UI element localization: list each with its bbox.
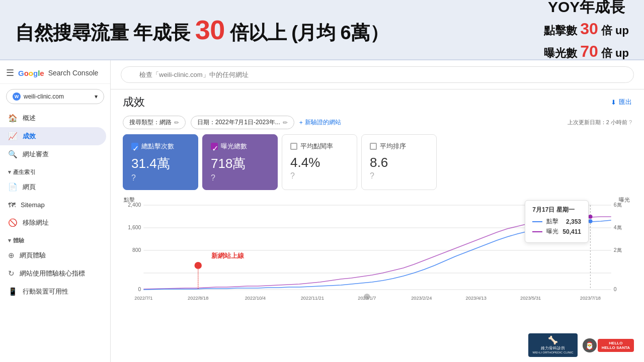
svg-text:2022/10/4: 2022/10/4 xyxy=(245,296,266,301)
svg-text:2023/4/13: 2023/4/13 xyxy=(466,296,487,301)
svg-text:2022/11/21: 2022/11/21 xyxy=(301,296,324,301)
sidebar-label-remove-url: 移除網址 xyxy=(23,218,49,227)
sidebar-item-core-web-vitals[interactable]: ↻ 網站使用體驗核心指標 xyxy=(0,264,106,283)
banner-impressions-suf: 倍 up xyxy=(601,47,629,59)
help-icon: ? xyxy=(629,119,632,125)
sidebar-item-page-experience[interactable]: ⊕ 網頁體驗 xyxy=(0,246,106,264)
banner-text-2: 倍以上 (月均 6萬） xyxy=(230,22,388,43)
edit-icon: ✏ xyxy=(174,119,179,126)
metric-card-clicks[interactable]: ✓ 總點擊次數 31.4萬 ? xyxy=(123,134,198,190)
metric-header-clicks: ✓ 總點擊次數 xyxy=(131,142,190,151)
edit-icon-2: ✏ xyxy=(283,119,288,126)
svg-text:0: 0 xyxy=(138,287,141,292)
filters-row: 搜尋類型：網路 ✏ 日期：2022年7月1日-2023年... ✏ + 新驗證的… xyxy=(111,113,644,134)
svg-text:2萬: 2萬 xyxy=(614,247,622,253)
experience-icon: ⊕ xyxy=(8,251,15,260)
search-input[interactable] xyxy=(121,66,634,83)
dropdown-icon: ▾ xyxy=(95,93,98,100)
sidebar-item-performance[interactable]: 📈 成效 xyxy=(0,127,106,145)
chevron-icon: ▾ xyxy=(8,169,13,175)
metric-header-impressions: ✓ 曝光總數 xyxy=(211,142,269,151)
metric-header-ctr: 平均點閱率 xyxy=(290,142,349,151)
hello-santa-logo: 🎅 HELLO HELLO SANTA xyxy=(583,338,634,352)
checkbox-clicks: ✓ xyxy=(131,143,138,150)
main-container: ☰ Google Search Console W weili-clinic.c… xyxy=(0,60,644,362)
metric-name-ctr: 平均點閱率 xyxy=(300,142,333,151)
sidebar-item-sitemap[interactable]: 🗺 Sitemap xyxy=(0,196,106,214)
add-filter-label: 新驗證的網站 xyxy=(305,118,341,127)
svg-text:2023/5/31: 2023/5/31 xyxy=(520,296,541,301)
banner-clicks-num: 30 xyxy=(580,20,598,38)
export-label: 匯出 xyxy=(619,98,632,107)
export-button[interactable]: ⬇ 匯出 xyxy=(611,98,632,107)
tooltip-clicks-row: 點擊 2,353 xyxy=(532,217,581,226)
svg-point-28 xyxy=(588,215,592,219)
svg-text:2022/8/18: 2022/8/18 xyxy=(188,296,208,301)
sidebar-label-performance: 成效 xyxy=(23,132,36,141)
hello-label: HELLO HELLO SANTA xyxy=(598,339,634,352)
metric-value-clicks: 31.4萬 xyxy=(131,155,190,172)
page-title: 成效 xyxy=(123,95,145,110)
banner-clicks-suf: 倍 up xyxy=(601,24,629,37)
filter-date-chip[interactable]: 日期：2022年7月1日-2023年... ✏ xyxy=(191,116,294,129)
help-icon-impressions: ? xyxy=(211,173,215,183)
add-filter-button[interactable]: + 新驗證的網站 xyxy=(299,118,341,127)
site-selector[interactable]: W weili-clinic.com ▾ xyxy=(6,89,104,104)
metric-card-ctr[interactable]: 平均點閱率 4.4% ? xyxy=(282,134,357,190)
sidebar-label-core-web-vitals: 網站使用體驗核心指標 xyxy=(20,269,85,278)
bottom-logos: 🦴 維力骨科診所 WEI-LI ORTHOPEDIC CLINIC 🎅 HELL… xyxy=(528,333,634,357)
sidebar-label-url-inspection: 網址審查 xyxy=(23,150,49,159)
sidebar-item-url-inspection[interactable]: 🔍 網址審查 xyxy=(0,145,106,163)
sidebar-item-remove-url[interactable]: 🚫 移除網址 xyxy=(0,214,106,232)
weili-name: 維力骨科診所 xyxy=(532,346,573,351)
help-icon-position: ? xyxy=(370,171,374,180)
tooltip-clicks-value: 2,353 xyxy=(566,218,581,225)
banner-right: YOY年成長 點擊數 30 倍 up 曝光數 70 倍 up xyxy=(544,0,629,63)
sidebar-item-pages[interactable]: 📄 網頁 xyxy=(0,178,106,196)
sidebar-label-mobile-usability: 行動裝置可用性 xyxy=(23,287,68,296)
sidebar-item-mobile-usability[interactable]: 📱 行動裝置可用性 xyxy=(0,283,106,301)
banner-right-title: YOY年成長 xyxy=(544,0,629,18)
vitals-icon: ↻ xyxy=(8,269,15,278)
sidebar-item-overview[interactable]: 🏠 概述 xyxy=(0,109,106,127)
help-icon-clicks: ? xyxy=(131,173,136,183)
banner-clicks-pre: 點擊數 xyxy=(544,24,577,37)
search-container: 🔍 xyxy=(121,66,634,83)
svg-text:2023/2/24: 2023/2/24 xyxy=(411,296,432,301)
tooltip-clicks-label: 點擊 xyxy=(546,217,562,226)
tooltip-impressions-row: 曝光 50,411 xyxy=(532,227,581,236)
banner-impressions-num: 70 xyxy=(580,42,598,60)
site-icon: W xyxy=(13,93,21,101)
top-banner: 自然搜尋流量 年成長 30 倍以上 (月均 6萬） YOY年成長 點擊數 30 … xyxy=(0,0,644,60)
metric-card-position[interactable]: 平均排序 8.6 ? xyxy=(361,134,437,190)
metric-value-position: 8.6 xyxy=(370,155,428,170)
checkbox-impressions: ✓ xyxy=(211,143,218,150)
weili-name-en: WEI-LI ORTHOPEDIC CLINIC xyxy=(532,351,573,355)
plus-icon: + xyxy=(299,119,303,126)
svg-point-24 xyxy=(195,262,202,269)
tooltip-clicks-line xyxy=(532,221,542,222)
experience-section-label: ▾ 體驗 xyxy=(0,232,110,246)
svg-text:2023/7/18: 2023/7/18 xyxy=(580,296,601,301)
trending-icon: 📈 xyxy=(8,132,18,141)
svg-text:2022/7/1: 2022/7/1 xyxy=(134,296,152,301)
metric-card-impressions[interactable]: ✓ 曝光總數 718萬 ? xyxy=(202,134,278,190)
svg-text:800: 800 xyxy=(132,247,141,253)
svg-text:4萬: 4萬 xyxy=(614,225,622,230)
search-icon: 🔍 xyxy=(8,150,18,159)
sitemap-icon: 🗺 xyxy=(8,201,16,209)
last-updated: 上次更新日期：2 小時前 ? xyxy=(568,119,632,126)
content-area: 🔍 成效 ⬇ 匯出 搜尋類型：網路 ✏ 日期：2022年7月1日-2023年..… xyxy=(111,60,644,362)
mobile-icon: 📱 xyxy=(8,287,18,296)
filter-type-chip[interactable]: 搜尋類型：網路 ✏ xyxy=(123,116,186,129)
google-logo: Google xyxy=(18,69,44,77)
hamburger-icon[interactable]: ☰ xyxy=(6,67,14,78)
svg-text:1,600: 1,600 xyxy=(128,225,141,230)
help-icon-ctr: ? xyxy=(290,171,295,180)
sidebar-label-pages: 網頁 xyxy=(23,183,36,192)
tooltip-impressions-label: 曝光 xyxy=(546,227,558,236)
search-bar-row: 🔍 xyxy=(111,60,644,89)
sidebar-label-sitemap: Sitemap xyxy=(21,201,45,209)
filter-date-label: 日期：2022年7月1日-2023年... xyxy=(197,118,280,127)
banner-text-1: 自然搜尋流量 年成長 xyxy=(15,22,190,43)
